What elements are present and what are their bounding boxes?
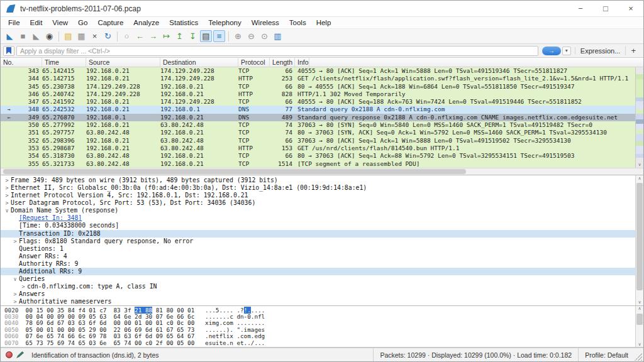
hex-scroll-thumb[interactable] bbox=[636, 314, 643, 325]
detail-line[interactable]: [Time: 0.034338000 seconds] bbox=[1, 222, 635, 229]
packet-row[interactable]: 353 65.298687 192.168.0.21 63.80.242.48 … bbox=[1, 145, 635, 152]
details-scroll-thumb[interactable] bbox=[636, 183, 643, 290]
reload-file-icon[interactable]: ↻ bbox=[102, 30, 114, 42]
packet-list-scrollbar[interactable]: ∨ bbox=[635, 67, 643, 168]
detail-line[interactable]: Transaction ID: 0x2188 bbox=[1, 230, 635, 238]
start-capture-icon[interactable]: ◣ bbox=[4, 30, 16, 42]
find-packet-icon[interactable]: ○ bbox=[121, 30, 133, 42]
go-to-last-packet-icon[interactable]: ↧ bbox=[187, 30, 199, 42]
detail-line[interactable]: > Flags: 0x8180 Standard query response,… bbox=[1, 238, 635, 245]
expand-collapse-icon[interactable]: > bbox=[3, 184, 11, 192]
expert-info-icon[interactable] bbox=[6, 351, 13, 358]
packet-row[interactable]: 354 65.318730 63.80.242.48 192.168.0.21 … bbox=[1, 152, 635, 160]
packet-row[interactable]: 355 65.321733 63.80.242.48 192.168.0.21 … bbox=[1, 160, 635, 168]
scroll-up-icon[interactable]: ∧ bbox=[636, 306, 643, 311]
detail-line[interactable]: ∨ Queries bbox=[1, 275, 635, 283]
detail-line[interactable]: > User Datagram Protocol, Src Port: 53 (… bbox=[1, 199, 635, 207]
packet-row[interactable]: 343 65.142415 192.168.0.21 174.129.249.2… bbox=[1, 67, 635, 75]
packet-row[interactable]: 347 65.241592 192.168.0.21 174.129.249.2… bbox=[1, 98, 635, 106]
go-back-icon[interactable]: ← bbox=[134, 30, 146, 42]
scroll-down-icon[interactable]: ∨ bbox=[636, 342, 643, 347]
expand-collapse-icon[interactable]: > bbox=[3, 192, 11, 199]
menu-statistics[interactable]: Statistics bbox=[164, 19, 203, 26]
expand-collapse-icon[interactable]: ∨ bbox=[3, 207, 11, 214]
go-to-first-packet-icon[interactable]: ↥ bbox=[174, 30, 186, 42]
zoom-in-icon[interactable]: ⊕ bbox=[232, 30, 244, 42]
column-header[interactable]: No. bbox=[1, 58, 42, 67]
display-filter-input[interactable] bbox=[16, 46, 538, 56]
resize-columns-icon[interactable]: ▥ bbox=[272, 30, 284, 42]
expand-collapse-icon[interactable] bbox=[11, 230, 19, 238]
detail-line[interactable]: Questions: 1 bbox=[1, 245, 635, 253]
packet-row[interactable]: 346 65.240742 174.129.249.228 192.168.0.… bbox=[1, 90, 635, 98]
detail-line[interactable]: > Authoritative nameservers bbox=[1, 298, 635, 305]
detail-line[interactable]: > Frame 349: 489 bytes on wire (3912 bit… bbox=[1, 177, 635, 184]
menu-analyze[interactable]: Analyze bbox=[128, 19, 164, 26]
menu-file[interactable]: File bbox=[3, 19, 25, 26]
detail-line[interactable]: > Ethernet II, Src: Globalsc_00:3b:0a (f… bbox=[1, 184, 635, 192]
stop-capture-icon[interactable]: ■ bbox=[17, 30, 29, 42]
menu-capture[interactable]: Capture bbox=[92, 19, 128, 26]
expand-collapse-icon[interactable]: > bbox=[3, 199, 11, 207]
detail-line[interactable]: Authority RRs: 9 bbox=[1, 260, 635, 268]
profile-selector[interactable]: Profile: Default bbox=[578, 348, 635, 361]
packet-row[interactable]: 344 65.142715 192.168.0.21 174.129.249.2… bbox=[1, 75, 635, 82]
scroll-down-icon[interactable]: ∨ bbox=[636, 300, 643, 305]
menu-telephony[interactable]: Telephony bbox=[203, 19, 246, 26]
expand-collapse-icon[interactable] bbox=[11, 253, 19, 260]
expression-button[interactable]: Expression... bbox=[575, 47, 626, 55]
go-to-packet-icon[interactable]: ↦ bbox=[160, 30, 172, 42]
apply-filter-button[interactable]: → bbox=[542, 47, 561, 55]
open-file-icon[interactable]: ▤ bbox=[62, 30, 74, 42]
column-header[interactable]: Protocol bbox=[238, 58, 270, 67]
go-forward-icon[interactable]: → bbox=[147, 30, 159, 42]
menu-view[interactable]: View bbox=[47, 19, 73, 26]
capture-options-icon[interactable]: ◉ bbox=[43, 30, 55, 42]
detail-line[interactable]: > cdn-0.nflximg.com: type A, class IN bbox=[1, 283, 635, 290]
packet-list-hscrollbar[interactable] bbox=[1, 168, 643, 175]
zoom-reset-icon[interactable]: ⊙ bbox=[258, 30, 270, 42]
packet-row[interactable]: 345 65.230738 174.129.249.228 192.168.0.… bbox=[1, 83, 635, 90]
add-filter-button[interactable]: + bbox=[625, 46, 641, 55]
expand-collapse-icon[interactable]: > bbox=[3, 177, 11, 184]
menu-help[interactable]: Help bbox=[311, 19, 336, 26]
close-button[interactable]: × bbox=[618, 1, 643, 16]
menu-wireless[interactable]: Wireless bbox=[247, 19, 284, 26]
packet-row[interactable]: 352 65.298396 192.168.0.21 63.80.242.48 … bbox=[1, 137, 635, 145]
filter-bookmark-button[interactable] bbox=[3, 46, 14, 56]
zoom-out-icon[interactable]: ⊖ bbox=[245, 30, 257, 42]
expand-collapse-icon[interactable]: > bbox=[11, 290, 19, 298]
expand-collapse-icon[interactable]: ∨ bbox=[11, 275, 19, 283]
packet-row[interactable]: ← 349 65.276870 192.168.0.1 192.168.0.21… bbox=[1, 114, 635, 121]
maximize-button[interactable]: □ bbox=[593, 1, 618, 16]
column-header[interactable]: Length bbox=[270, 58, 295, 67]
hex-row[interactable]: 0070 65 73 75 69 74 65 03 6e 65 74 00 c0… bbox=[4, 340, 635, 346]
scroll-down-icon[interactable]: ∨ bbox=[636, 162, 643, 167]
expand-collapse-icon[interactable]: > bbox=[11, 238, 19, 245]
expand-collapse-icon[interactable] bbox=[11, 245, 19, 253]
expand-collapse-icon[interactable] bbox=[11, 268, 19, 275]
close-file-icon[interactable]: × bbox=[89, 30, 101, 42]
expand-collapse-icon[interactable] bbox=[11, 214, 19, 222]
colorize-icon[interactable]: ≡ bbox=[213, 30, 225, 42]
expand-collapse-icon[interactable]: > bbox=[19, 283, 27, 290]
detail-line[interactable]: ∨ Domain Name System (response) bbox=[1, 207, 635, 214]
detail-line[interactable]: > Internet Protocol Version 4, Src: 192.… bbox=[1, 192, 635, 199]
save-file-icon[interactable]: ▦ bbox=[75, 30, 87, 42]
auto-scroll-icon[interactable]: ▤ bbox=[200, 30, 212, 42]
packet-row[interactable]: 350 65.277992 192.168.0.21 63.80.242.48 … bbox=[1, 121, 635, 129]
hex-scrollbar[interactable]: ∧ ∨ bbox=[635, 306, 643, 347]
minimize-button[interactable]: − bbox=[568, 1, 593, 16]
detail-line[interactable]: > Answers bbox=[1, 290, 635, 298]
column-header[interactable]: Source bbox=[86, 58, 160, 67]
restart-capture-icon[interactable]: ◣ bbox=[30, 30, 42, 42]
hscroll-thumb[interactable] bbox=[3, 169, 466, 174]
capture-comment-icon[interactable] bbox=[16, 351, 24, 358]
packet-row[interactable]: 351 65.297757 63.80.242.48 192.168.0.21 … bbox=[1, 129, 635, 136]
resize-grip[interactable] bbox=[635, 353, 642, 361]
column-header[interactable]: Destination bbox=[160, 58, 238, 67]
packet-row[interactable]: → 348 65.242532 192.168.0.21 192.168.0.1… bbox=[1, 106, 635, 113]
scroll-up-icon[interactable]: ∧ bbox=[636, 176, 643, 181]
details-scrollbar[interactable]: ∧ ∨ bbox=[635, 175, 643, 305]
filter-dropdown-caret[interactable]: ▾ bbox=[562, 47, 571, 55]
